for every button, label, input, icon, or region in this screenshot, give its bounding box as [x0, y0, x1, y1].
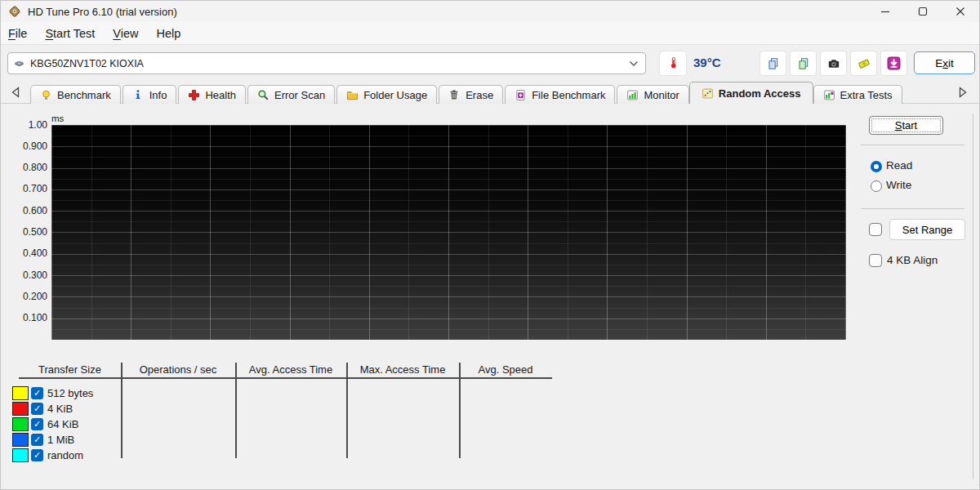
y-axis-tick-label: 0.600 — [1, 205, 47, 217]
table-row-1-mib: ✓1 MiB — [12, 432, 74, 448]
maximize-button[interactable] — [904, 1, 942, 22]
menu-item-file[interactable]: File — [1, 27, 36, 40]
monitor-chart-icon — [626, 89, 639, 101]
chevron-down-icon — [629, 60, 639, 67]
series-label: random — [47, 449, 83, 461]
column-header-avg-speed: Avg. Speed — [459, 363, 552, 377]
series-checkbox[interactable]: ✓ — [31, 418, 43, 430]
table-row-64-kib: ✓64 KiB — [12, 416, 78, 432]
tab-benchmark[interactable]: Benchmark — [30, 85, 121, 104]
set-range-checkbox[interactable] — [869, 223, 882, 236]
hdtune-logo-icon — [8, 5, 21, 18]
header-underline — [19, 377, 552, 379]
series-checkbox[interactable]: ✓ — [31, 449, 43, 461]
y-axis-tick-label: 0.400 — [1, 247, 47, 260]
screenshot-button[interactable] — [820, 51, 847, 76]
tab-label: Info — [149, 89, 167, 101]
y-axis-tick-label: 0.300 — [1, 270, 47, 282]
menu-item-view[interactable]: View — [104, 27, 147, 40]
tab-strip: BenchmarkInfoHealthError ScanFolder Usag… — [1, 82, 979, 104]
column-separator — [121, 363, 122, 458]
temperature-button[interactable] — [659, 51, 687, 76]
magnifier-icon — [257, 89, 270, 101]
menu-item-start-test[interactable]: Start Test — [36, 27, 104, 40]
info-icon — [132, 89, 145, 101]
separator — [861, 208, 964, 209]
tabs: BenchmarkInfoHealthError ScanFolder Usag… — [30, 82, 904, 104]
series-checkbox[interactable]: ✓ — [31, 434, 43, 446]
read-radio[interactable] — [871, 161, 882, 172]
tab-label: Error Scan — [274, 89, 325, 101]
access-time-chart — [51, 125, 846, 340]
y-axis-tick-label: 0.700 — [1, 183, 47, 195]
tab-monitor[interactable]: Monitor — [617, 85, 688, 104]
extra-tests-icon — [823, 89, 835, 101]
health-cross-icon — [188, 89, 200, 101]
align-checkbox[interactable] — [869, 254, 882, 267]
tab-label: Benchmark — [57, 89, 111, 101]
scatter-chart-icon — [702, 87, 714, 100]
close-icon — [956, 7, 965, 16]
tab-extra-tests[interactable]: Extra Tests — [813, 85, 902, 104]
column-header-max-access-time: Max. Access Time — [346, 363, 459, 377]
close-button[interactable] — [942, 1, 979, 22]
column-header-transfer-size: Transfer Size — [19, 363, 121, 377]
download-icon — [887, 56, 901, 70]
y-axis-tick-label: 0.900 — [1, 140, 47, 153]
temperature-value: 39°C — [693, 56, 721, 69]
read-radio-label: Read — [886, 159, 912, 172]
tab-info[interactable]: Info — [122, 85, 177, 104]
exit-button[interactable]: Exit — [914, 51, 975, 74]
y-axis-tick-label: 0.800 — [1, 162, 47, 174]
copy-icon — [767, 57, 780, 70]
tab-label: Random Access — [719, 87, 801, 100]
tab-folder-usage[interactable]: Folder Usage — [336, 85, 437, 104]
tab-scroll-right-icon[interactable] — [958, 87, 968, 101]
copy-image-button[interactable] — [790, 51, 817, 76]
drive-select-value: KBG50ZNV1T02 KIOXIA — [30, 58, 144, 69]
hd-tune-window: HD Tune Pro 6.10 (trial version) FileSta… — [0, 0, 980, 490]
tab-label: Monitor — [644, 89, 679, 101]
trash-icon — [448, 89, 461, 101]
tab-label: Erase — [466, 89, 493, 101]
column-header-avg-access-time: Avg. Access Time — [235, 363, 346, 377]
save-button[interactable] — [850, 51, 877, 76]
tab-erase[interactable]: Erase — [439, 85, 503, 104]
download-button[interactable] — [880, 51, 907, 76]
maximize-icon — [918, 7, 928, 16]
column-separator — [346, 363, 348, 458]
drive-select[interactable]: KBG50ZNV1T02 KIOXIA — [7, 52, 646, 74]
menu-item-help[interactable]: Help — [148, 27, 190, 40]
table-row-4-kib: ✓4 KiB — [12, 401, 73, 416]
series-checkbox[interactable]: ✓ — [31, 403, 43, 415]
tab-random-access[interactable]: Random Access — [689, 82, 813, 104]
set-range-button[interactable]: Set Range — [889, 219, 965, 240]
results-table-header: Transfer SizeOperations / secAvg. Access… — [19, 363, 552, 377]
tab-file-benchmark[interactable]: File Benchmark — [505, 85, 615, 104]
align-checkbox-label: 4 KB Align — [887, 254, 938, 266]
write-radio[interactable] — [871, 180, 882, 192]
series-checkbox[interactable]: ✓ — [31, 387, 43, 399]
column-separator — [459, 363, 461, 458]
series-label: 512 bytes — [47, 387, 93, 399]
copy-button[interactable] — [760, 51, 786, 76]
y-axis-tick-label: 0.500 — [1, 226, 47, 238]
column-header-operations-sec: Operations / sec — [121, 363, 235, 377]
series-color-swatch — [12, 402, 29, 416]
start-button[interactable]: Start — [869, 116, 943, 135]
tab-label: Extra Tests — [840, 89, 893, 101]
title-bar: HD Tune Pro 6.10 (trial version) — [1, 1, 979, 22]
chart-y-axis: 1.000.9000.8000.7000.6000.5000.4000.3000… — [1, 125, 47, 345]
column-separator — [235, 363, 237, 458]
tab-health[interactable]: Health — [178, 85, 246, 104]
series-label: 1 MiB — [47, 434, 74, 446]
file-benchmark-icon — [514, 89, 527, 101]
table-row-random: ✓random — [12, 448, 83, 463]
y-axis-tick-label: 0.200 — [1, 291, 47, 303]
series-color-swatch — [12, 417, 29, 431]
toolbar: KBG50ZNV1T02 KIOXIA 39°C Exit — [1, 45, 979, 82]
disk-icon — [13, 57, 25, 69]
minimize-button[interactable] — [866, 1, 904, 22]
tab-scroll-left-icon[interactable] — [11, 87, 20, 101]
tab-error-scan[interactable]: Error Scan — [247, 85, 335, 104]
